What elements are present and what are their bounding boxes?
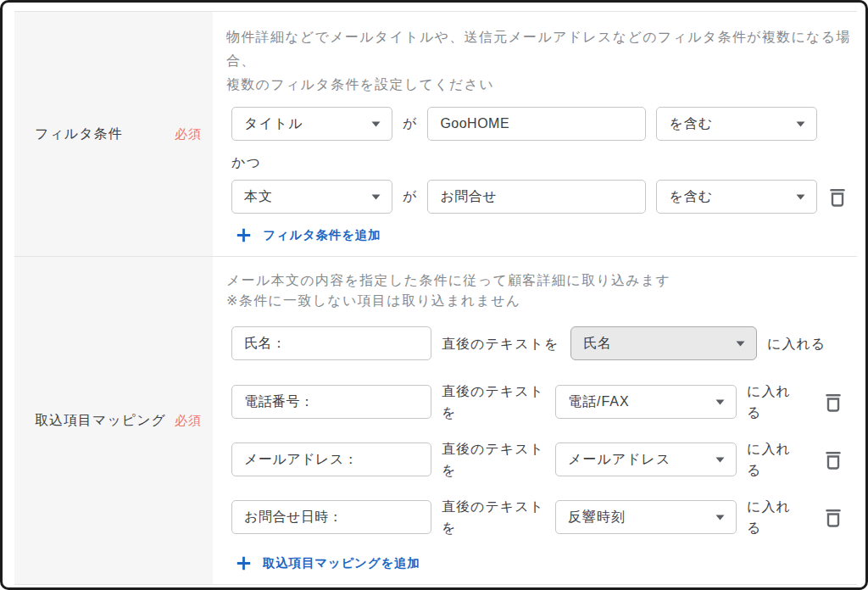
trash-icon xyxy=(823,506,843,529)
mapping-row: 直後のテキスト を メールアドレス に入れ る xyxy=(231,438,857,481)
filter-conditions-label: フィルタ条件 xyxy=(35,125,123,143)
add-mapping-button[interactable]: 取込項目マッピングを追加 xyxy=(236,554,420,572)
import-mapping-header: 取込項目マッピング 必須 xyxy=(14,257,213,584)
filter-operator-select[interactable]: を含む xyxy=(656,180,817,214)
chevron-down-icon xyxy=(715,399,725,405)
filter-conditions-section: フィルタ条件 必須 物件詳細などでメールタイトルや、送信元メールアドレスなどのフ… xyxy=(14,12,857,257)
mapping-target-select[interactable]: 電話/FAX xyxy=(555,385,737,419)
connector-text: が xyxy=(403,188,417,206)
delete-mapping-button[interactable] xyxy=(823,448,843,471)
filter-field-value: 本文 xyxy=(244,188,273,206)
filter-operator-value: を含む xyxy=(669,188,713,206)
mapping-row: 直後のテキスト を 電話/FAX に入れ る xyxy=(231,381,857,423)
trash-icon xyxy=(823,391,843,414)
chevron-down-icon xyxy=(796,194,805,200)
mapping-suffix-text: に入れる xyxy=(767,333,830,354)
mapping-target-select[interactable]: 氏名 xyxy=(570,326,757,360)
filter-operator-value: を含む xyxy=(669,115,713,133)
filter-value-input[interactable] xyxy=(427,180,646,214)
add-mapping-label: 取込項目マッピングを追加 xyxy=(263,555,420,571)
mapping-target-select[interactable]: メールアドレス xyxy=(555,442,737,476)
filter-condition-row: 本文 が を含む xyxy=(231,180,857,214)
chevron-down-icon xyxy=(796,121,805,127)
mapping-prefix-input[interactable] xyxy=(231,326,431,360)
trash-icon xyxy=(823,448,843,471)
mapping-suffix-text: に入れ る xyxy=(747,438,794,481)
settings-form-frame: フィルタ条件 必須 物件詳細などでメールタイトルや、送信元メールアドレスなどのフ… xyxy=(0,0,868,590)
filter-description: 物件詳細などでメールタイトルや、送信元メールアドレスなどのフィルタ条件が複数にな… xyxy=(226,25,857,97)
mapping-prefix-input[interactable] xyxy=(231,385,431,419)
chevron-down-icon xyxy=(715,515,725,520)
mapping-prefix-input[interactable] xyxy=(231,442,431,476)
filter-condition-row: タイトル が を含む xyxy=(231,107,857,141)
mapping-target-select[interactable]: 反響時刻 xyxy=(555,500,737,534)
mapping-target-value: メールアドレス xyxy=(568,451,670,469)
required-badge: 必須 xyxy=(175,413,202,429)
delete-mapping-button[interactable] xyxy=(823,506,843,529)
mapping-prefix-input[interactable] xyxy=(231,500,431,534)
import-mapping-label: 取込項目マッピング xyxy=(35,412,166,430)
chevron-down-icon xyxy=(736,341,745,347)
required-badge: 必須 xyxy=(175,126,202,142)
filter-field-select[interactable]: 本文 xyxy=(231,180,392,214)
mapping-mid-text: 直後のテキストを xyxy=(442,333,560,354)
mapping-target-value: 反響時刻 xyxy=(568,509,626,526)
plus-icon xyxy=(236,556,251,571)
mail-import-settings-form: フィルタ条件 必須 物件詳細などでメールタイトルや、送信元メールアドレスなどのフ… xyxy=(14,11,857,585)
filter-operator-select[interactable]: を含む xyxy=(656,107,817,141)
delete-filter-condition-button[interactable] xyxy=(827,186,848,209)
filter-conditions-content: 物件詳細などでメールタイトルや、送信元メールアドレスなどのフィルタ条件が複数にな… xyxy=(213,12,857,256)
mapping-mid-text: 直後のテキスト を xyxy=(442,381,545,423)
mapping-mid-text: 直後のテキスト を xyxy=(442,496,545,538)
delete-mapping-button[interactable] xyxy=(823,391,843,414)
plus-icon xyxy=(236,228,251,242)
trash-icon xyxy=(827,186,848,209)
chevron-down-icon xyxy=(715,457,725,463)
mapping-target-value: 電話/FAX xyxy=(568,393,630,411)
filter-conditions-header: フィルタ条件 必須 xyxy=(14,12,213,256)
mapping-description: メール本文の内容を指定した条件に従って顧客詳細に取り込みます ※条件に一致しない… xyxy=(226,270,857,311)
filter-field-value: タイトル xyxy=(244,115,303,133)
import-mapping-section: 取込項目マッピング 必須 メール本文の内容を指定した条件に従って顧客詳細に取り込… xyxy=(14,257,857,585)
chevron-down-icon xyxy=(371,121,381,127)
mapping-suffix-text: に入れ る xyxy=(747,381,794,423)
filter-value-input[interactable] xyxy=(427,107,646,141)
chevron-down-icon xyxy=(371,194,381,200)
mapping-mid-text: 直後のテキスト を xyxy=(442,438,545,481)
filter-field-select[interactable]: タイトル xyxy=(231,107,392,141)
mapping-row: 直後のテキスト を 反響時刻 に入れ る xyxy=(231,496,857,538)
add-filter-condition-label: フィルタ条件を追加 xyxy=(263,227,381,243)
add-filter-condition-button[interactable]: フィルタ条件を追加 xyxy=(236,225,381,244)
import-mapping-content: メール本文の内容を指定した条件に従って顧客詳細に取り込みます ※条件に一致しない… xyxy=(213,257,857,584)
mapping-suffix-text: に入れ る xyxy=(747,496,794,538)
mapping-row: 直後のテキストを 氏名 に入れる xyxy=(231,326,857,360)
mapping-target-value: 氏名 xyxy=(583,335,612,353)
connector-text: が xyxy=(403,115,417,133)
conjunction-text: かつ xyxy=(231,153,857,173)
